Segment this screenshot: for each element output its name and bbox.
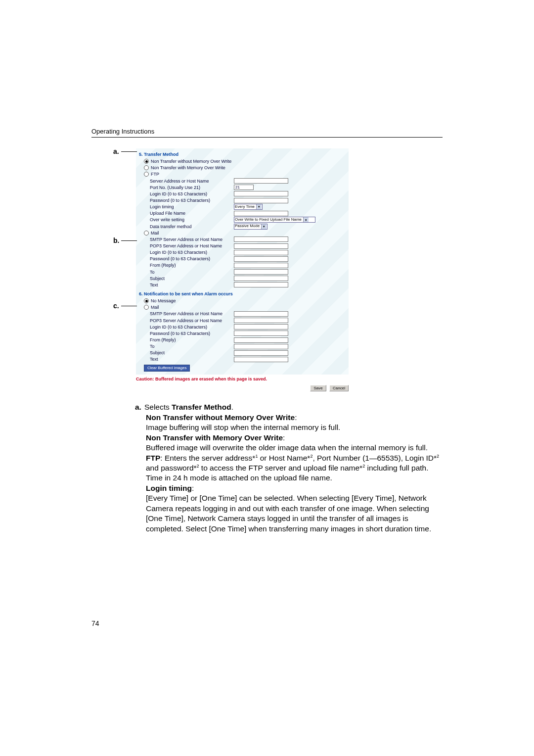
section-6-title: 6. Notification to be sent when Alarm oc…: [139, 291, 346, 297]
mail-smtp-input[interactable]: [234, 236, 288, 242]
text: , Port Number (1—65535), Login ID*: [312, 454, 437, 462]
text-bold: Login timing: [146, 484, 192, 492]
text: .: [231, 403, 233, 411]
text-bold: Transfer Method: [172, 403, 231, 411]
field-label: Port No. (Usually Use 21): [150, 185, 234, 190]
radio-icon[interactable]: [144, 165, 149, 170]
page-header: Operating Instructions: [91, 128, 443, 138]
field-label: Login ID (0 to 63 Characters): [150, 324, 234, 330]
chevron-down-icon: ▾: [261, 224, 267, 229]
annotation-b: b.: [113, 236, 137, 244]
notif-from-input[interactable]: [234, 337, 288, 343]
ftp-login-timing-select[interactable]: Every Time▾: [234, 204, 263, 210]
text: :: [192, 484, 194, 492]
notif-password-input[interactable]: [234, 331, 288, 336]
radio-icon[interactable]: [144, 305, 149, 310]
option-label: No Message: [151, 298, 176, 304]
annotation-a: a.: [113, 147, 137, 155]
field-label: Password (0 to 63 Characters): [150, 197, 234, 203]
option-label: Non Transfer without Memory Over Write: [151, 158, 231, 164]
field-label: Data transfer method: [150, 224, 234, 230]
ftp-upload-file-input[interactable]: [234, 211, 288, 216]
mail-from-input[interactable]: [234, 263, 288, 268]
notif-login-input[interactable]: [234, 324, 288, 330]
text: : Enters the server address*: [160, 454, 255, 462]
notif-subject-input[interactable]: [234, 350, 288, 356]
field-label: SMTP Server Address or Host Name: [150, 311, 234, 317]
notif-smtp-input[interactable]: [234, 311, 288, 317]
field-label: Text: [150, 356, 234, 362]
field-label: Text: [150, 282, 234, 288]
field-label: Password (0 to 63 Characters): [150, 331, 234, 336]
ftp-password-input[interactable]: [234, 198, 288, 203]
field-label: POP3 Server Address or Host Name: [150, 243, 234, 249]
caution-text: Caution: Buffered images are erased when…: [136, 377, 349, 381]
field-label: POP3 Server Address or Host Name: [150, 318, 234, 324]
radio-icon[interactable]: [144, 231, 149, 236]
field-label: Server Address or Host Name: [150, 178, 234, 184]
mail-login-input[interactable]: [234, 250, 288, 255]
option-label: Mail: [151, 230, 159, 236]
option-label: FTP: [151, 171, 159, 177]
field-label: Over write setting: [150, 217, 234, 223]
mail-text-input[interactable]: [234, 282, 288, 287]
text: or Host Name*: [258, 454, 310, 462]
option-ftp[interactable]: FTP: [144, 171, 346, 177]
mail-subject-input[interactable]: [234, 276, 288, 281]
field-label: To: [150, 269, 234, 275]
superscript: 2: [437, 453, 439, 458]
option-label: Mail: [151, 304, 159, 310]
mail-pop3-input[interactable]: [234, 243, 288, 249]
radio-icon[interactable]: [144, 298, 149, 303]
ftp-port-input[interactable]: 21: [234, 185, 254, 190]
field-label: Subject: [150, 350, 234, 356]
page-number: 74: [91, 619, 99, 627]
text: [Every Time] or [One Time] can be select…: [146, 493, 441, 534]
explanation-block: a.Selects Transfer Method. Non Transfer …: [135, 402, 441, 534]
settings-screenshot: 5. Transfer Method Non Transfer without …: [136, 148, 349, 375]
chevron-down-icon: ▾: [303, 217, 309, 222]
text: :: [295, 413, 297, 422]
option-label: Non Transfer with Memory Over Write: [151, 165, 225, 171]
notif-to-input[interactable]: [234, 344, 288, 349]
text: Image buffering will stop when the inter…: [146, 423, 441, 432]
field-label: Login timing: [150, 204, 234, 210]
mail-to-input[interactable]: [234, 269, 288, 275]
save-button[interactable]: Save: [310, 385, 326, 391]
text: to access the FTP server and upload file…: [199, 464, 363, 472]
ftp-login-input[interactable]: [234, 191, 288, 196]
text: and password*: [146, 464, 197, 472]
radio-icon[interactable]: [144, 172, 149, 177]
field-label: From (Reply): [150, 337, 234, 343]
text: Buffered image will overwrite the older …: [146, 443, 441, 453]
item-a-letter: a.: [135, 403, 141, 411]
text-bold: FTP: [146, 454, 160, 462]
field-label: SMTP Server Address or Host Name: [150, 236, 234, 242]
ftp-server-input[interactable]: [234, 178, 288, 184]
radio-icon[interactable]: [144, 159, 149, 164]
text-bold: Non Transfer with Memory Over Write: [146, 433, 283, 442]
section-5-title: 5. Transfer Method: [139, 151, 346, 157]
notif-text-input[interactable]: [234, 357, 288, 362]
text: Selects: [144, 403, 172, 411]
text: :: [283, 433, 285, 442]
option-no-message[interactable]: No Message: [144, 298, 346, 304]
field-label: Login ID (0 to 63 Characters): [150, 191, 234, 197]
field-label: Upload File Name: [150, 210, 234, 216]
field-label: To: [150, 343, 234, 349]
cancel-button[interactable]: Cancel: [329, 385, 349, 391]
mail-password-input[interactable]: [234, 256, 288, 262]
option-mail[interactable]: Mail: [144, 230, 346, 236]
option-notif-mail[interactable]: Mail: [144, 304, 346, 310]
field-label: Password (0 to 63 Characters): [150, 256, 234, 262]
annotation-c: c.: [113, 302, 137, 310]
option-non-transfer-with[interactable]: Non Transfer with Memory Over Write: [144, 165, 346, 171]
clear-buffered-button[interactable]: Clear Buffered images: [144, 365, 190, 372]
option-non-transfer-without[interactable]: Non Transfer without Memory Over Write: [144, 158, 346, 164]
field-label: From (Reply): [150, 262, 234, 268]
notif-pop3-input[interactable]: [234, 318, 288, 323]
field-label: Subject: [150, 276, 234, 282]
text-bold: Non Transfer without Memory Over Write: [146, 413, 295, 422]
ftp-overwrite-select[interactable]: Over Write to Fixed Upload File Name▾: [234, 217, 315, 223]
ftp-transfer-method-select[interactable]: Passive Mode▾: [234, 224, 267, 230]
